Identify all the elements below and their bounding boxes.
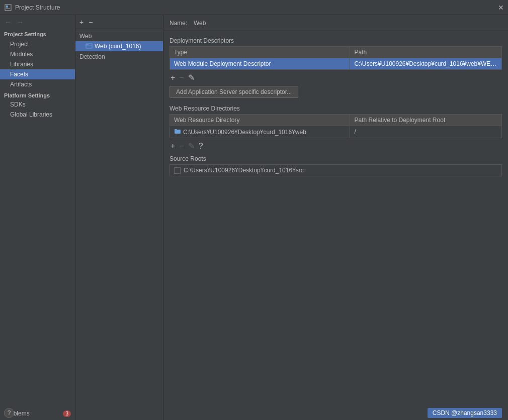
sidebar-item-global-libraries[interactable]: Global Libraries (0, 110, 75, 120)
web-resource-path-header: Path Relative to Deployment Root (350, 115, 501, 126)
svg-rect-1 (6, 6, 8, 8)
title-bar-title: Project Structure (15, 4, 504, 11)
project-settings-label: Project Settings (0, 29, 75, 39)
source-roots-title: Source Roots (163, 152, 508, 164)
path-column-header: Path (350, 47, 501, 58)
sidebar-item-sdks[interactable]: SDKs (0, 99, 75, 110)
add-deployment-button[interactable]: + (170, 74, 176, 82)
facet-item-web-label: Web (curd_1016) (95, 43, 141, 50)
type-column-header: Type (170, 47, 350, 58)
web-resource-header: Web Resource Directory Path Relative to … (170, 115, 501, 126)
source-root-row[interactable]: C:\Users¥U100926¥Desktop¥curd_1016¥src (170, 165, 501, 176)
help-web-resource-button[interactable]: ? (198, 142, 204, 150)
watermark-label: CSDN @zhangsan3333 (428, 408, 502, 418)
svg-point-5 (87, 44, 88, 45)
deployment-descriptors-section: Deployment Descriptors Type Path Web Mod… (163, 34, 508, 102)
facet-item-web[interactable]: Web (curd_1016) (75, 41, 163, 51)
edit-web-resource-button[interactable]: ✎ (187, 142, 196, 150)
web-facet-icon (86, 43, 93, 50)
remove-facet-button[interactable]: − (88, 19, 94, 26)
web-resource-toolbar: + − ✎ ? (163, 140, 508, 152)
bottom-bar: CSDN @zhangsan3333 (421, 406, 508, 420)
problems-badge: 3 (63, 410, 71, 417)
deployment-descriptor-row[interactable]: Web Module Deployment Descriptor C:\User… (170, 58, 501, 69)
deployment-descriptors-title: Deployment Descriptors (163, 34, 508, 46)
facet-detection-label: Detection (75, 51, 163, 61)
bottom-left-bar: ? (0, 406, 18, 420)
web-resource-directories-section: Web Resource Directories Web Resource Di… (163, 102, 508, 152)
sidebar: ← → Project Settings Project Modules Lib… (0, 15, 75, 420)
facet-group-web-label: Web (75, 31, 163, 41)
sidebar-item-project[interactable]: Project (0, 39, 75, 49)
svg-point-6 (88, 44, 89, 45)
web-resource-row[interactable]: C:\Users¥U100926¥Desktop¥curd_1016¥web / (170, 126, 501, 138)
remove-web-resource-button[interactable]: − (178, 142, 185, 150)
sidebar-item-libraries[interactable]: Libraries (0, 59, 75, 69)
svg-rect-2 (6, 8, 10, 9)
help-button[interactable]: ? (4, 408, 14, 418)
deployment-toolbar: + − ✎ (163, 72, 508, 84)
title-bar-icon (4, 4, 12, 12)
remove-deployment-button[interactable]: − (178, 74, 185, 82)
close-btn[interactable]: ✕ (498, 4, 504, 12)
back-button[interactable]: ← (3, 18, 13, 26)
web-resource-dir-cell: C:\Users¥U100926¥Desktop¥curd_1016¥web (170, 126, 350, 138)
name-label: Name: (170, 20, 190, 27)
deployment-path-cell: C:\Users¥U100926¥Desktop¥curd_1016¥web¥W… (350, 58, 501, 69)
source-roots-table: C:\Users¥U100926¥Desktop¥curd_1016¥src (170, 164, 502, 176)
edit-deployment-button[interactable]: ✎ (187, 74, 196, 82)
title-bar: Project Structure ✕ (0, 0, 508, 15)
add-application-server-descriptor-button[interactable]: Add Application Server specific descript… (170, 86, 298, 98)
add-web-resource-button[interactable]: + (170, 142, 176, 150)
web-resource-directories-title: Web Resource Directories (163, 102, 508, 114)
platform-settings-label: Platform Settings (0, 89, 75, 99)
sidebar-item-artifacts[interactable]: Artifacts (0, 79, 75, 89)
facet-toolbar: + − (75, 15, 163, 29)
web-resource-dir-header: Web Resource Directory (170, 115, 350, 126)
sidebar-item-modules[interactable]: Modules (0, 49, 75, 59)
facet-panel: + − Web Web (curd_1016) Detection (75, 15, 163, 420)
nav-buttons: ← → (0, 15, 75, 29)
source-root-path: C:\Users¥U100926¥Desktop¥curd_1016¥src (184, 167, 304, 174)
name-value: Web (194, 20, 502, 27)
deployment-type-cell: Web Module Deployment Descriptor (170, 58, 350, 69)
sidebar-item-facets[interactable]: Facets (0, 69, 75, 79)
deployment-descriptors-header: Type Path (170, 47, 501, 58)
source-root-checkbox[interactable] (174, 167, 181, 174)
content-panel: Name: Web Deployment Descriptors Type Pa… (163, 15, 508, 420)
forward-button[interactable]: → (15, 18, 25, 26)
source-roots-section: Source Roots C:\Users¥U100926¥Desktop¥cu… (163, 152, 508, 176)
add-facet-button[interactable]: + (78, 19, 84, 26)
facet-tree: Web Web (curd_1016) Detection (75, 29, 163, 420)
web-resource-table: Web Resource Directory Path Relative to … (170, 114, 502, 138)
deployment-descriptors-table: Type Path Web Module Deployment Descript… (170, 46, 502, 70)
name-row: Name: Web (163, 15, 508, 31)
folder-icon (174, 128, 181, 136)
web-resource-path-cell: / (350, 126, 501, 138)
